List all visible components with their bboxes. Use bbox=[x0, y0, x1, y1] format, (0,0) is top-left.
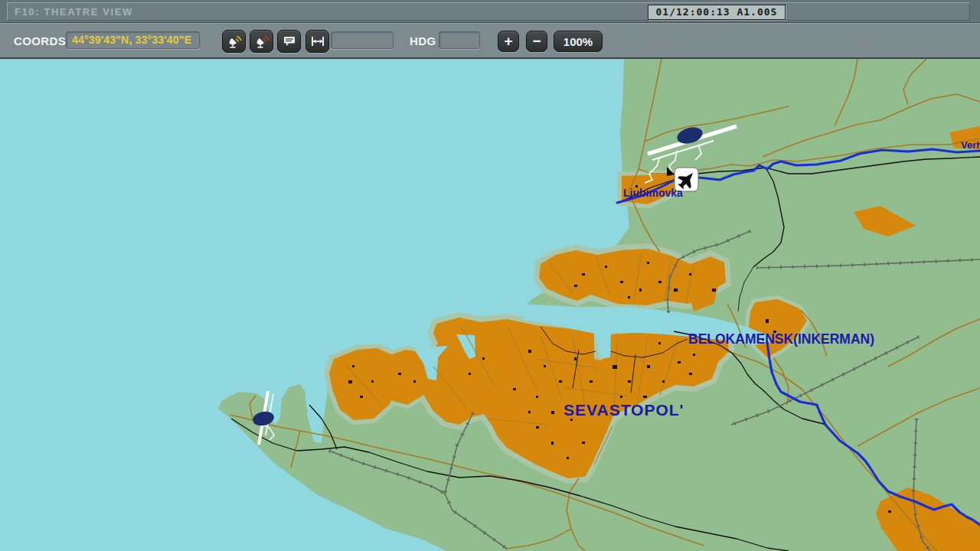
title-bar-inset: F10: THEATRE VIEW 01/12:00:13 A1.00S bbox=[7, 2, 970, 21]
zoom-out-button[interactable]: − bbox=[526, 31, 547, 52]
map-toolbar: COORDS 44°39'43"N, 33°33'40"E bbox=[0, 23, 980, 59]
ruler-button[interactable] bbox=[305, 30, 329, 53]
label-ljubimovka: Ljubimovka bbox=[623, 187, 683, 199]
zoom-in-button[interactable]: + bbox=[498, 31, 519, 52]
window-title: F10: THEATRE VIEW bbox=[15, 6, 133, 18]
radio-beacon-yellow-icon bbox=[226, 33, 243, 50]
radio-beacon-red-button[interactable] bbox=[250, 30, 273, 53]
hdg-label: HDG bbox=[410, 34, 436, 47]
coords-label: COORDS bbox=[14, 34, 66, 47]
label-belokamensk: BELOKAMENSK(INKERMAN) bbox=[688, 331, 874, 347]
zoom-level-button[interactable]: 100% bbox=[554, 31, 603, 52]
radio-beacon-yellow-button[interactable] bbox=[222, 30, 246, 53]
message-history-button[interactable] bbox=[277, 30, 301, 53]
hdg-readout[interactable] bbox=[439, 31, 480, 49]
mission-clock: 01/12:00:13 A1.00S bbox=[648, 5, 786, 20]
coords-readout[interactable]: 44°39'43"N, 33°33'40"E bbox=[66, 31, 200, 49]
message-history-icon bbox=[281, 33, 298, 50]
label-sevastopol: SEVASTOPOL' bbox=[564, 401, 684, 419]
measure-readout[interactable] bbox=[331, 31, 394, 49]
label-verh: Verh bbox=[961, 139, 980, 151]
title-bar: F10: THEATRE VIEW 01/12:00:13 A1.00S bbox=[0, 0, 980, 23]
ruler-icon bbox=[309, 33, 326, 50]
radio-beacon-red-icon bbox=[253, 33, 270, 50]
theatre-map[interactable]: Ljubimovka BELOKAMENSK(INKERMAN) SEVASTO… bbox=[0, 59, 980, 551]
